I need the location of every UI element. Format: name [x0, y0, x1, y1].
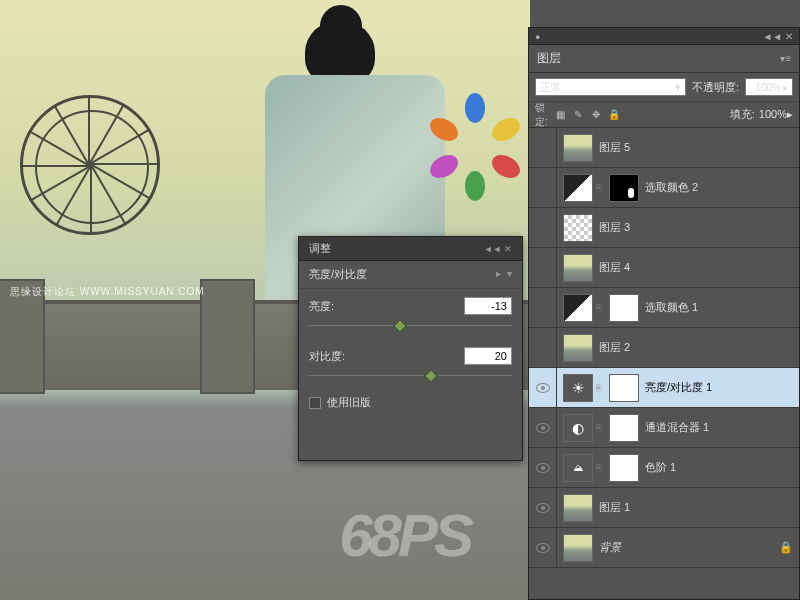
layer-thumbnail[interactable]	[563, 534, 593, 562]
layer-item[interactable]: 背景🔒	[529, 528, 799, 568]
tab-dot: ●	[535, 32, 540, 42]
lock-transparent-icon[interactable]: ▦	[553, 108, 567, 122]
layer-mask-thumbnail[interactable]	[609, 294, 639, 322]
layers-panel[interactable]: 图层 ▾≡ 正常 ▾ 不透明度: 100%▸ 锁定: ▦ ✎ ✥ 🔒 填充: 1…	[528, 44, 800, 600]
layer-item[interactable]: 图层 1	[529, 488, 799, 528]
layer-name[interactable]: 图层 2	[599, 340, 799, 355]
layer-item[interactable]: 图层 4	[529, 248, 799, 288]
contrast-input[interactable]	[464, 347, 512, 365]
panel-collapse-icon[interactable]: ◄◄ ✕	[484, 244, 512, 254]
eye-icon	[536, 383, 550, 393]
layer-thumbnail[interactable]	[563, 254, 593, 282]
layer-visibility-toggle[interactable]	[529, 208, 557, 247]
layer-item[interactable]: 图层 2	[529, 328, 799, 368]
watermark-text: 思缘设计论坛 WWW.MISSYUAN.COM	[10, 285, 205, 299]
layer-thumbnail[interactable]	[563, 494, 593, 522]
adjustments-panel[interactable]: 调整 ◄◄ ✕ 亮度/对比度 ▸ ▾ 亮度: 对比度: 使用旧版	[298, 236, 523, 461]
layer-thumbnail[interactable]	[563, 174, 593, 202]
layer-mask-thumbnail[interactable]	[609, 414, 639, 442]
fill-label: 填充:	[730, 107, 755, 122]
link-icon: ⎘	[593, 183, 603, 193]
fill-input[interactable]: 100%▸	[759, 108, 793, 121]
adjustments-tab[interactable]: 调整 ◄◄ ✕	[299, 237, 522, 261]
layers-panel-menu-icon[interactable]: ▾≡	[780, 53, 791, 64]
layer-thumbnail[interactable]	[563, 134, 593, 162]
layer-name[interactable]: 图层 3	[599, 220, 799, 235]
layer-name[interactable]: 亮度/对比度 1	[645, 380, 799, 395]
contrast-label: 对比度:	[309, 349, 345, 364]
layer-item[interactable]: ◐⎘通道混合器 1	[529, 408, 799, 448]
eye-icon	[536, 543, 550, 553]
contrast-slider[interactable]	[309, 369, 512, 383]
layer-visibility-toggle[interactable]	[529, 328, 557, 367]
link-icon: ⎘	[593, 463, 603, 473]
layers-list[interactable]: 图层 5⎘选取颜色 2图层 3图层 4⎘选取颜色 1图层 2☀⎘亮度/对比度 1…	[529, 128, 799, 600]
link-icon: ⎘	[593, 423, 603, 433]
chevron-icon: ▸	[783, 82, 788, 93]
chevron-icon: ▸	[787, 108, 793, 120]
brightness-label: 亮度:	[309, 299, 334, 314]
eye-icon	[536, 423, 550, 433]
layer-visibility-toggle[interactable]	[529, 448, 557, 487]
use-legacy-checkbox[interactable]	[309, 397, 321, 409]
layer-thumbnail[interactable]	[563, 294, 593, 322]
adjustment-title: 亮度/对比度	[309, 267, 367, 282]
link-icon: ⎘	[593, 303, 603, 313]
layer-visibility-toggle[interactable]	[529, 368, 557, 407]
brightness-input[interactable]	[464, 297, 512, 315]
eye-icon	[536, 503, 550, 513]
layer-visibility-toggle[interactable]	[529, 488, 557, 527]
blend-mode-value: 正常	[540, 80, 562, 95]
layer-item[interactable]: ☀⎘亮度/对比度 1	[529, 368, 799, 408]
layer-visibility-toggle[interactable]	[529, 528, 557, 567]
layer-name[interactable]: 背景	[599, 540, 779, 555]
waterwheel-graphic	[20, 95, 160, 235]
layer-visibility-toggle[interactable]	[529, 248, 557, 287]
layers-panel-title: 图层	[537, 50, 561, 67]
use-legacy-label: 使用旧版	[327, 395, 371, 410]
lock-label: 锁定:	[535, 108, 549, 122]
layer-item[interactable]: 图层 5	[529, 128, 799, 168]
layer-mask-thumbnail[interactable]	[609, 454, 639, 482]
pinwheel-graphic	[445, 105, 505, 165]
layer-item[interactable]: 图层 3	[529, 208, 799, 248]
layer-name[interactable]: 色阶 1	[645, 460, 799, 475]
adjustments-tab-label: 调整	[309, 241, 331, 256]
auto-button[interactable]: ▸	[496, 268, 501, 279]
stamp-text: 68PS	[339, 501, 470, 570]
blend-mode-dropdown[interactable]: 正常 ▾	[535, 78, 686, 96]
layer-mask-thumbnail[interactable]	[609, 374, 639, 402]
lock-icon: 🔒	[779, 541, 799, 554]
layer-name[interactable]: 选取颜色 1	[645, 300, 799, 315]
panel-close-icon[interactable]: ◄◄ ✕	[762, 31, 793, 42]
eye-icon	[536, 463, 550, 473]
layer-visibility-toggle[interactable]	[529, 168, 557, 207]
layer-thumbnail[interactable]: ⛰	[563, 454, 593, 482]
layer-item[interactable]: ⛰⎘色阶 1	[529, 448, 799, 488]
layer-name[interactable]: 图层 1	[599, 500, 799, 515]
layer-visibility-toggle[interactable]	[529, 128, 557, 167]
layer-thumbnail[interactable]: ◐	[563, 414, 593, 442]
layer-name[interactable]: 图层 4	[599, 260, 799, 275]
lock-paint-icon[interactable]: ✎	[571, 108, 585, 122]
layer-thumbnail[interactable]	[563, 334, 593, 362]
layer-name[interactable]: 通道混合器 1	[645, 420, 799, 435]
layer-visibility-toggle[interactable]	[529, 288, 557, 327]
layers-panel-tabbar[interactable]: ● ◄◄ ✕	[528, 27, 800, 45]
layer-name[interactable]: 选取颜色 2	[645, 180, 799, 195]
lock-position-icon[interactable]: ✥	[589, 108, 603, 122]
layer-item[interactable]: ⎘选取颜色 1	[529, 288, 799, 328]
layer-thumbnail[interactable]	[563, 214, 593, 242]
layer-visibility-toggle[interactable]	[529, 408, 557, 447]
chevron-down-icon: ▾	[675, 81, 681, 94]
lock-all-icon[interactable]: 🔒	[607, 108, 621, 122]
layer-thumbnail[interactable]: ☀	[563, 374, 593, 402]
layer-mask-thumbnail[interactable]	[609, 174, 639, 202]
brightness-slider[interactable]	[309, 319, 512, 333]
link-icon: ⎘	[593, 383, 603, 393]
opacity-label: 不透明度:	[692, 80, 739, 95]
layer-item[interactable]: ⎘选取颜色 2	[529, 168, 799, 208]
layer-name[interactable]: 图层 5	[599, 140, 799, 155]
opacity-input[interactable]: 100%▸	[745, 78, 793, 96]
preset-dropdown[interactable]: ▾	[507, 268, 512, 279]
